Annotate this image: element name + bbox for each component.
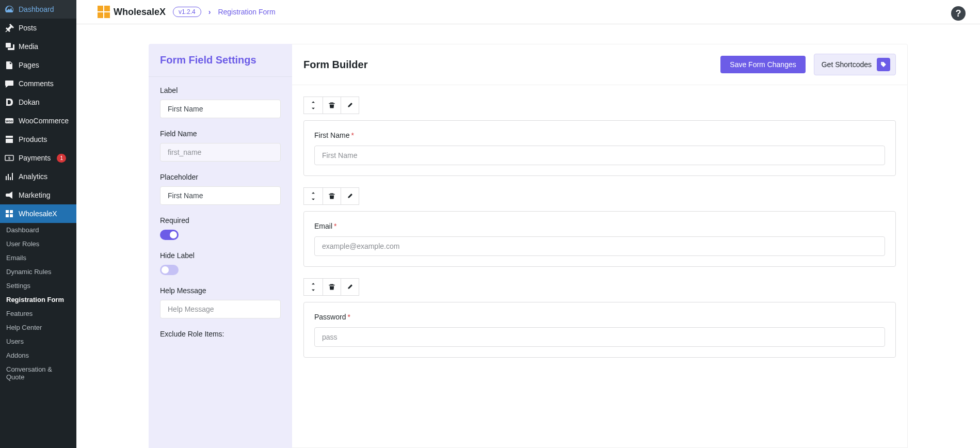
submenu-dashboard[interactable]: Dashboard	[0, 223, 76, 237]
submenu-dynamic-rules[interactable]: Dynamic Rules	[0, 265, 76, 279]
field-block: Password*	[303, 278, 896, 358]
chevron-up-icon	[310, 190, 316, 196]
field-label: Email*	[314, 222, 885, 230]
payments-icon: $	[4, 153, 14, 163]
wholesalex-icon	[4, 209, 14, 219]
breadcrumb-current[interactable]: Registration Form	[218, 8, 275, 16]
shortcodes-label: Get Shortcodes	[822, 60, 872, 69]
submenu-addons[interactable]: Addons	[0, 348, 76, 362]
pencil-icon	[346, 283, 354, 291]
move-arrows[interactable]	[303, 187, 323, 205]
sidebar-item-label: Media	[19, 42, 38, 51]
svg-text:$: $	[8, 156, 11, 161]
sidebar-item-marketing[interactable]: Marketing	[0, 186, 76, 204]
chevron-down-icon	[310, 105, 316, 111]
sidebar-item-label: Comments	[19, 79, 54, 88]
placeholder-title: Placeholder	[160, 173, 281, 181]
media-icon	[4, 41, 14, 52]
dokan-icon	[4, 97, 14, 107]
badge: 1	[57, 154, 66, 163]
sidebar-item-label: Dokan	[19, 98, 39, 106]
help-icon[interactable]: ?	[951, 6, 966, 21]
field-preview-input[interactable]	[314, 327, 885, 347]
sidebar-item-label: Marketing	[19, 191, 50, 199]
required-toggle[interactable]	[160, 230, 179, 240]
sidebar-item-analytics[interactable]: Analytics	[0, 167, 76, 186]
move-arrows[interactable]	[303, 97, 323, 114]
submenu-user-roles[interactable]: User Roles	[0, 237, 76, 251]
trash-icon	[328, 102, 335, 109]
move-arrows[interactable]	[303, 278, 323, 296]
sidebar-item-label: Analytics	[19, 172, 47, 181]
edit-field-button[interactable]	[341, 187, 359, 205]
settings-title: Form Field Settings	[149, 44, 292, 77]
sidebar-item-label: Payments	[19, 154, 51, 162]
svg-text:woo: woo	[5, 119, 13, 123]
field-block: Email*	[303, 187, 896, 267]
analytics-icon	[4, 171, 14, 182]
chevron-up-icon	[310, 99, 316, 105]
sidebar-item-comments[interactable]: Comments	[0, 74, 76, 93]
chevron-down-icon	[310, 287, 316, 293]
submenu-conversation-quote[interactable]: Conversation & Quote	[0, 362, 76, 384]
submenu-emails[interactable]: Emails	[0, 251, 76, 265]
dashboard-icon	[4, 4, 14, 14]
field-preview-input[interactable]	[314, 146, 885, 165]
fieldname-title: Field Name	[160, 130, 281, 138]
sidebar-item-pages[interactable]: Pages	[0, 56, 76, 74]
sidebar-item-label: Posts	[19, 24, 37, 32]
sidebar-item-dokan[interactable]: Dokan	[0, 93, 76, 111]
submenu-users[interactable]: Users	[0, 334, 76, 348]
required-title: Required	[160, 216, 281, 225]
placeholder-input[interactable]	[160, 186, 281, 205]
sidebar-item-payments[interactable]: $ Payments 1	[0, 149, 76, 167]
version-pill: v1.2.4	[173, 7, 201, 17]
submenu-features[interactable]: Features	[0, 307, 76, 321]
sidebar-item-dashboard[interactable]: Dashboard	[0, 0, 76, 19]
pencil-icon	[346, 102, 354, 109]
submenu-settings[interactable]: Settings	[0, 279, 76, 293]
delete-field-button[interactable]	[323, 278, 341, 296]
submenu-help-center[interactable]: Help Center	[0, 321, 76, 334]
field-settings-panel: Form Field Settings Label Field Name Pla…	[149, 44, 292, 448]
marketing-icon	[4, 190, 14, 200]
logo-icon	[97, 5, 110, 19]
products-icon	[4, 134, 14, 145]
chevron-right-icon: ›	[208, 8, 211, 16]
comment-icon	[4, 78, 14, 89]
field-label: Password*	[314, 313, 885, 321]
trash-icon	[328, 193, 335, 200]
chevron-up-icon	[310, 281, 316, 287]
delete-field-button[interactable]	[323, 187, 341, 205]
pages-icon	[4, 60, 14, 70]
trash-icon	[328, 283, 335, 291]
edit-field-button[interactable]	[341, 278, 359, 296]
save-button[interactable]: Save Form Changes	[720, 56, 805, 73]
brand-name: WholesaleX	[114, 7, 166, 18]
sidebar-item-posts[interactable]: Posts	[0, 19, 76, 37]
get-shortcodes-button[interactable]: Get Shortcodes	[814, 54, 896, 75]
sidebar-item-label: WooCommerce	[19, 117, 69, 125]
pencil-icon	[346, 193, 354, 200]
tag-icon	[877, 58, 890, 71]
pin-icon	[4, 23, 14, 33]
main-content: WholesaleX v1.2.4 › Registration Form ? …	[76, 0, 980, 448]
form-builder-panel: Form Builder Save Form Changes Get Short…	[292, 44, 908, 448]
hidelabel-toggle[interactable]	[160, 265, 179, 275]
field-preview-input[interactable]	[314, 236, 885, 256]
sidebar-item-woocommerce[interactable]: woo WooCommerce	[0, 111, 76, 130]
label-input[interactable]	[160, 100, 281, 118]
sidebar-item-products[interactable]: Products	[0, 130, 76, 149]
sidebar-item-label: Dashboard	[19, 5, 54, 13]
sidebar-item-label: Products	[19, 135, 47, 143]
builder-title: Form Builder	[303, 59, 367, 71]
delete-field-button[interactable]	[323, 97, 341, 114]
field-label: First Name*	[314, 131, 885, 139]
edit-field-button[interactable]	[341, 97, 359, 114]
sidebar-item-media[interactable]: Media	[0, 37, 76, 56]
exclude-title: Exclude Role Items:	[160, 330, 281, 338]
sidebar-item-wholesalex[interactable]: WholesaleX	[0, 204, 76, 223]
submenu-registration-form[interactable]: Registration Form	[0, 293, 76, 307]
fieldname-input	[160, 143, 281, 162]
helpmsg-input[interactable]	[160, 300, 281, 318]
